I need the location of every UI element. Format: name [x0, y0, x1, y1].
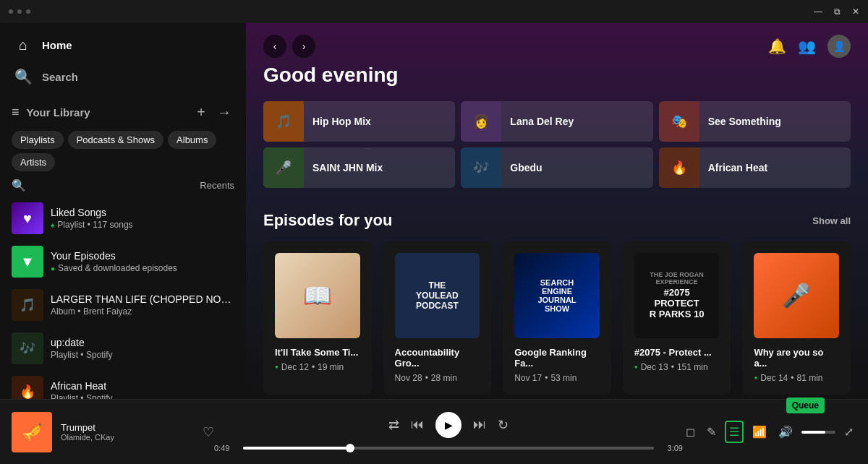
now-playing-artist: Olamide, CKay — [61, 433, 194, 442]
close-button[interactable]: ✕ — [852, 7, 859, 17]
episode-rest-dot: ● — [754, 374, 757, 381]
episode-google-meta: Nov 17 • 53 min — [514, 373, 600, 383]
fullscreen-button[interactable]: ⤢ — [841, 422, 856, 442]
library-item-liked[interactable]: ♥ Liked Songs ♠ Playlist • 117 songs — [6, 197, 240, 240]
episode-rogan-duration: 151 min — [677, 362, 708, 372]
now-playing-img: 🎺 — [12, 412, 52, 452]
liked-songs-name: Liked Songs — [51, 207, 234, 218]
library-item-african[interactable]: 🔥 African Heat Playlist • Spotify — [6, 370, 240, 399]
quick-lana-label: Lana Del Rey — [501, 116, 652, 127]
next-button[interactable]: ⏭ — [473, 417, 486, 432]
previous-button[interactable]: ⏮ — [411, 417, 424, 432]
episode-rogan-title: #2075 - Protect ... — [634, 347, 720, 358]
episode-rogan-dot: ● — [634, 364, 638, 370]
episode-daily-title: It'll Take Some Ti... — [275, 347, 360, 358]
mute-button[interactable]: 🔊 — [775, 422, 796, 442]
sidebar: ⌂ Home 🔍 Search ≡ Your Library + → Playl… — [0, 23, 246, 399]
minimize-button[interactable]: — — [814, 7, 822, 17]
library-title-group: ≡ Your Library — [12, 105, 90, 120]
filter-playlists[interactable]: Playlists — [12, 131, 64, 149]
sidebar-item-home[interactable]: ⌂ Home — [9, 29, 237, 61]
episodes-info: Your Episodes ● Saved & downloaded episo… — [51, 250, 234, 273]
library-item-update[interactable]: 🎶 up:date Playlist • Spotify — [6, 327, 240, 370]
content-body: Good evening 🎵 Hip Hop Mix ▶ 👩 Lana Del … — [246, 64, 868, 399]
african-name: African Heat — [51, 380, 234, 392]
forward-button[interactable]: › — [292, 35, 315, 58]
episode-card-accountability[interactable]: THEYOULEADPODCAST Accountability Gro... … — [383, 241, 492, 395]
episode-card-rest[interactable]: 🎤 Why are you so a... ● Dec 14 • 81 min — [742, 241, 851, 395]
liked-green-dot: ♠ — [51, 221, 54, 229]
library-search-icon[interactable]: 🔍 — [12, 179, 26, 192]
episode-accountability-title: Accountability Gro... — [395, 347, 480, 369]
filter-podcasts[interactable]: Podcasts & Shows — [68, 131, 163, 149]
back-button[interactable]: ‹ — [263, 35, 286, 58]
like-button[interactable]: ♡ — [203, 424, 214, 440]
update-sub: Playlist • Spotify — [51, 350, 234, 360]
episodes-show-all[interactable]: Show all — [812, 215, 851, 226]
library-item-episodes[interactable]: ▼ Your Episodes ● Saved & downloaded epi… — [6, 240, 240, 283]
quick-item-lana[interactable]: 👩 Lana Del Rey ▶ — [461, 101, 652, 142]
queue-tooltip: Queue — [786, 398, 825, 413]
episode-card-google[interactable]: SEARCHENGINEJOURNALSHOW Google Ranking F… — [503, 241, 611, 395]
titlebar: — ⧉ ✕ — [0, 0, 868, 23]
progress-row: 0:49 3:09 — [214, 444, 683, 452]
quick-hiphop-label: Hip Hop Mix — [304, 116, 455, 127]
maximize-button[interactable]: ⧉ — [834, 7, 841, 17]
volume-bar[interactable] — [801, 431, 835, 434]
larger-img: 🎵 — [12, 289, 43, 321]
users-button[interactable]: 👥 — [798, 38, 816, 55]
quick-gbedu-img: 🎶 — [461, 147, 501, 188]
episode-accountability-meta: Nov 28 • 28 min — [395, 373, 480, 383]
queue-button[interactable]: ☰ — [725, 421, 744, 443]
search-nav-icon: 🔍 — [14, 68, 32, 85]
now-playing-view-button[interactable]: ◻ — [683, 422, 698, 442]
user-avatar[interactable]: 👤 — [827, 35, 851, 58]
library-item-larger[interactable]: 🎵 LARGER THAN LIFE (CHOPPED NOT SLO... A… — [6, 283, 240, 327]
african-info: African Heat Playlist • Spotify — [51, 380, 234, 399]
progress-fill — [243, 447, 350, 450]
quick-item-gbedu[interactable]: 🎶 Gbedu ▶ — [461, 147, 652, 188]
quick-african-img: 🔥 — [659, 147, 699, 188]
greeting: Good evening — [263, 64, 851, 87]
episode-rest-meta: ● Dec 14 • 81 min — [754, 373, 839, 383]
quick-saint-label: SAINt JHN Mix — [304, 162, 455, 173]
episode-daily-duration: 19 min — [318, 362, 344, 372]
episode-accountability-duration: 28 min — [431, 373, 457, 383]
episode-google-title: Google Ranking Fa... — [514, 347, 600, 369]
library-expand-button[interactable]: → — [214, 101, 234, 124]
now-playing-info: Trumpet Olamide, CKay — [61, 422, 194, 442]
sidebar-item-search[interactable]: 🔍 Search — [9, 61, 237, 93]
quick-item-see[interactable]: 🎭 See Something ▶ — [659, 101, 851, 142]
play-pause-button[interactable]: ▶ — [435, 412, 461, 438]
shuffle-button[interactable]: ⇄ — [388, 417, 399, 433]
library-add-button[interactable]: + — [194, 101, 208, 124]
episode-card-daily[interactable]: 📖 It'll Take Some Ti... ● Dec 12 • 19 mi… — [263, 241, 372, 395]
content-header: ‹ › 🔔 👥 👤 — [246, 23, 868, 64]
episode-daily-meta: ● Dec 12 • 19 min — [275, 362, 360, 372]
volume-fill — [801, 431, 825, 434]
sidebar-home-label: Home — [42, 39, 72, 51]
devices-button[interactable]: 📶 — [749, 422, 770, 442]
recents-label[interactable]: Recents — [200, 180, 234, 191]
playback-bar: 🎺 Trumpet Olamide, CKay ♡ ⇄ ⏮ ▶ ⏭ ↻ 0:49… — [0, 399, 868, 464]
episode-card-rogan[interactable]: THE JOE ROGAN EXPERIENCE #2075PROTECTR P… — [623, 241, 731, 395]
quick-item-hiphop[interactable]: 🎵 Hip Hop Mix ▶ — [263, 101, 455, 142]
filter-albums[interactable]: Albums — [168, 131, 216, 149]
episode-google-date: Nov 17 — [514, 373, 542, 383]
quick-see-label: See Something — [699, 116, 851, 127]
lyrics-button[interactable]: ✎ — [704, 422, 719, 442]
repeat-button[interactable]: ↻ — [498, 417, 509, 433]
filter-artists[interactable]: Artists — [12, 153, 55, 171]
update-name: up:date — [51, 337, 234, 348]
filter-pills: Playlists Podcasts & Shows Albums Artist… — [0, 128, 246, 177]
quick-hiphop-img: 🎵 — [263, 101, 304, 142]
larger-info: LARGER THAN LIFE (CHOPPED NOT SLO... Alb… — [51, 293, 234, 317]
progress-bar[interactable] — [243, 447, 654, 450]
quick-item-saint[interactable]: 🎤 SAINt JHN Mix ▶ — [263, 147, 455, 188]
episode-accountability-img: THEYOULEADPODCAST — [395, 253, 480, 338]
quick-item-africanheat[interactable]: 🔥 African Heat ▶ — [659, 147, 851, 188]
main-layout: ⌂ Home 🔍 Search ≡ Your Library + → Playl… — [0, 23, 868, 399]
episode-daily-img: 📖 — [275, 253, 360, 338]
larger-name: LARGER THAN LIFE (CHOPPED NOT SLO... — [51, 293, 234, 305]
notifications-button[interactable]: 🔔 — [768, 38, 786, 55]
